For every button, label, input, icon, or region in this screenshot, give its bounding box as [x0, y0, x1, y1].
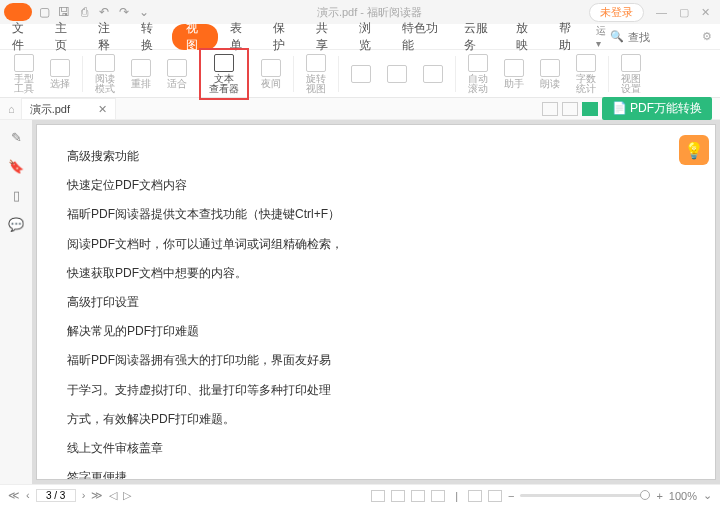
tool-readmode[interactable]: 阅读 模式 [89, 54, 121, 94]
maximize-icon[interactable]: ▢ [679, 6, 689, 19]
menu-screen[interactable]: 放映 [504, 24, 547, 50]
view-mode-icon[interactable] [562, 102, 578, 116]
page-indicator[interactable] [36, 489, 76, 502]
zoom-dropdown-icon[interactable]: ⌄ [703, 489, 712, 502]
sidebar-comment-icon[interactable]: 💬 [8, 217, 24, 232]
next-page-icon[interactable]: › [82, 489, 86, 502]
layout-icon [387, 65, 407, 83]
separator [455, 56, 456, 92]
zoom-slider[interactable] [520, 494, 650, 497]
sidebar-pages-icon[interactable]: ▯ [13, 188, 20, 203]
night-icon [261, 59, 281, 77]
para: 方式，有效解决PDF打印难题。 [67, 410, 685, 429]
qat-save-icon[interactable]: 🖫 [58, 5, 70, 19]
tool-rotate[interactable]: 旋转 视图 [300, 54, 332, 94]
menu-home[interactable]: 主页 [43, 24, 86, 50]
qat-print-icon[interactable]: ⎙ [78, 5, 90, 19]
zoom-value[interactable]: 100% [669, 490, 697, 502]
tool-wordcount[interactable]: 字数 统计 [570, 54, 602, 94]
page-viewport[interactable]: 💡 高级搜索功能 快速定位PDF文档内容 福昕PDF阅读器提供文本查找功能（快捷… [32, 120, 720, 484]
menu-browse[interactable]: 浏览 [347, 24, 390, 50]
menu-convert[interactable]: 转换 [129, 24, 172, 50]
zoom-handle[interactable] [640, 490, 650, 500]
qat-more-icon[interactable]: ⌄ [138, 5, 150, 19]
menu-cloud[interactable]: 云服务 [452, 24, 504, 50]
para: 高级打印设置 [67, 293, 685, 312]
layout-icon [423, 65, 443, 83]
history-fwd-icon[interactable]: ▷ [123, 489, 131, 502]
hand-icon [14, 54, 34, 72]
tool-layout1[interactable] [345, 65, 377, 83]
sidebar-edit-icon[interactable]: ✎ [11, 130, 22, 145]
menu-comment[interactable]: 注释 [86, 24, 129, 50]
reflow-icon [131, 59, 151, 77]
minimize-icon[interactable]: — [656, 6, 667, 19]
tool-hand[interactable]: 手型 工具 [8, 54, 40, 94]
menu-view[interactable]: 视图 [172, 24, 219, 50]
last-page-icon[interactable]: ≫ [91, 489, 103, 502]
menu-protect[interactable]: 保护 [261, 24, 304, 50]
prev-page-icon[interactable]: ‹ [26, 489, 30, 502]
qat-redo-icon[interactable]: ↷ [118, 5, 130, 19]
tool-text-viewer[interactable]: 文本 查看器 [203, 54, 245, 94]
view-mode-icon[interactable] [542, 102, 558, 116]
menu-share[interactable]: 共享 [304, 24, 347, 50]
quick-access-toolbar: ▢ 🖫 ⎙ ↶ ↷ ⌄ [38, 5, 150, 19]
history-back-icon[interactable]: ◁ [109, 489, 117, 502]
login-status[interactable]: 未登录 [589, 3, 644, 22]
separator [608, 56, 609, 92]
separator [338, 56, 339, 92]
para: 解决常见的PDF打印难题 [67, 322, 685, 341]
tool-read[interactable]: 朗读 [534, 59, 566, 89]
tool-viewsettings[interactable]: 视图 设置 [615, 54, 647, 94]
layout-cover-icon[interactable] [431, 490, 445, 502]
tool-reflow[interactable]: 重排 [125, 59, 157, 89]
para: 福昕PDF阅读器拥有强大的打印功能，界面友好易 [67, 351, 685, 370]
menu-help[interactable]: 帮助 [547, 24, 590, 50]
search-input[interactable] [628, 31, 688, 43]
fit-page-icon[interactable] [488, 490, 502, 502]
layout-facing-icon[interactable] [411, 490, 425, 502]
qat-undo-icon[interactable]: ↶ [98, 5, 110, 19]
home-icon[interactable]: ⌂ [8, 103, 15, 115]
first-page-icon[interactable]: ≪ [8, 489, 20, 502]
app-logo [4, 3, 32, 21]
para: 阅读PDF文档时，你可以通过单词或词组精确检索， [67, 235, 685, 254]
search-icon: 🔍 [610, 30, 624, 43]
layout-single-icon[interactable] [371, 490, 385, 502]
tab-close-icon[interactable]: ✕ [98, 103, 107, 116]
para: 于学习。支持虚拟打印、批量打印等多种打印处理 [67, 381, 685, 400]
tool-autoscroll[interactable]: 自动 滚动 [462, 54, 494, 94]
readmode-icon [95, 54, 115, 72]
menu-special[interactable]: 特色功能 [390, 24, 452, 50]
zoom-in-icon[interactable]: + [656, 490, 662, 502]
tool-layout2[interactable] [381, 65, 413, 83]
separator [82, 56, 83, 92]
tool-select[interactable]: 选择 [44, 59, 76, 89]
para: 快速定位PDF文档内容 [67, 176, 685, 195]
search-box[interactable]: 运▾ 🔍 [590, 24, 694, 49]
menu-form[interactable]: 表单 [218, 24, 261, 50]
viewset-icon [621, 54, 641, 72]
fit-width-icon[interactable] [468, 490, 482, 502]
sidebar-bookmark-icon[interactable]: 🔖 [8, 159, 24, 174]
fit-icon [167, 59, 187, 77]
tool-fit[interactable]: 适合 [161, 59, 193, 89]
document-tab[interactable]: 演示.pdf ✕ [21, 98, 116, 119]
pdf-convert-button[interactable]: 📄 PDF万能转换 [602, 97, 712, 120]
tip-bulb-icon[interactable]: 💡 [679, 135, 709, 165]
qat-open-icon[interactable]: ▢ [38, 5, 50, 19]
tool-night[interactable]: 夜间 [255, 59, 287, 89]
assistant-icon [504, 59, 524, 77]
view-mode-icon[interactable] [582, 102, 598, 116]
tool-layout3[interactable] [417, 65, 449, 83]
layout-cont-icon[interactable] [391, 490, 405, 502]
zoom-out-icon[interactable]: − [508, 490, 514, 502]
settings-icon[interactable]: ⚙ [694, 30, 720, 43]
autoscroll-icon [468, 54, 488, 72]
menu-file[interactable]: 文件 [0, 24, 43, 50]
tool-assistant[interactable]: 助手 [498, 59, 530, 89]
close-icon[interactable]: ✕ [701, 6, 710, 19]
wordcount-icon [576, 54, 596, 72]
search-dropdown-icon[interactable]: 运▾ [596, 24, 606, 49]
